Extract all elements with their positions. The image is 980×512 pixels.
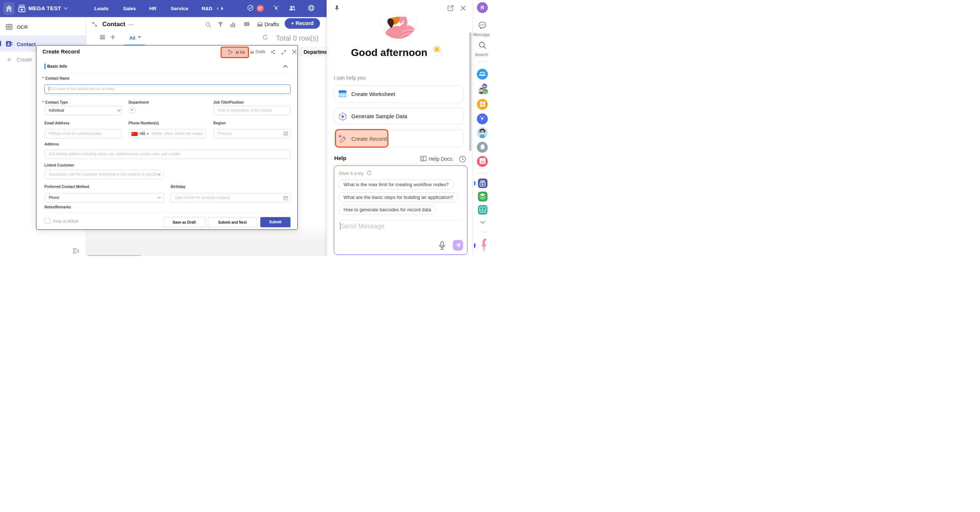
svg-text:22: 22 xyxy=(480,160,484,164)
